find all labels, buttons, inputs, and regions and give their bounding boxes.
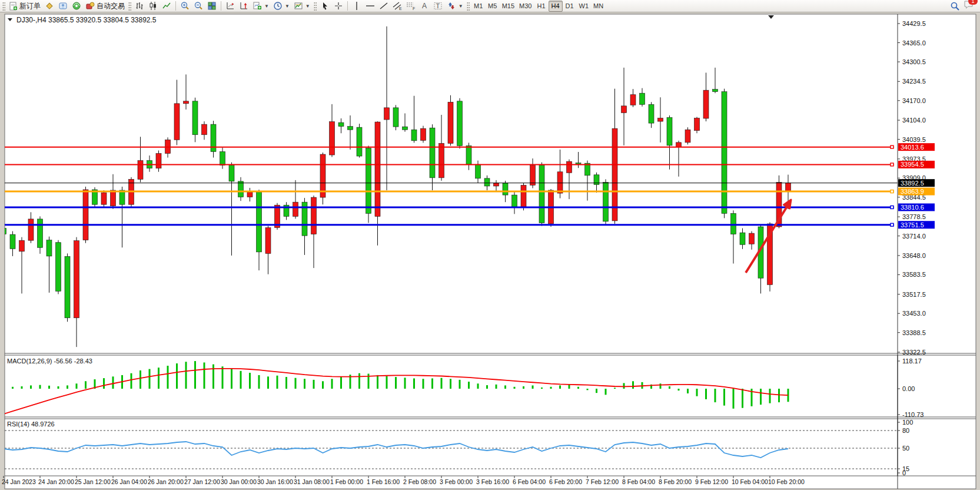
price-label-text: 33863.9 <box>901 188 924 195</box>
navigator-button[interactable] <box>70 1 83 12</box>
line-handle[interactable] <box>891 190 893 193</box>
zoom-in-icon <box>180 1 190 11</box>
line-handle[interactable] <box>891 223 893 226</box>
candlestick-mode-button[interactable] <box>147 1 160 12</box>
time-tick-label: 6 Feb 20:00 <box>549 478 582 485</box>
zoom-out-button[interactable] <box>192 1 205 12</box>
candle <box>56 240 61 294</box>
line-handle[interactable] <box>891 206 893 208</box>
bull-candle-body <box>676 143 682 147</box>
toolbar-grip[interactable] <box>467 2 470 11</box>
new-order-label: 新订单 <box>19 1 41 11</box>
price-label-text: 33810.6 <box>901 204 924 211</box>
zoom-out-icon <box>194 1 203 11</box>
toolbar-grip[interactable] <box>128 2 131 11</box>
market-watch-button[interactable] <box>43 1 56 12</box>
bear-candle-body <box>38 219 43 247</box>
bull-candle-body <box>330 122 335 155</box>
price-line-label: 33810.6 <box>898 203 935 211</box>
price-line-label: 33954.5 <box>898 161 935 168</box>
rsi-tick-label: 80 <box>902 427 909 434</box>
trading-terminal: { "toolbar": { "new_order_label": "新订单",… <box>0 0 980 490</box>
add-indicator-button[interactable]: ▼ <box>251 1 271 12</box>
zoom-in-button[interactable] <box>178 1 191 12</box>
bull-candle-body <box>439 143 444 177</box>
line-handle[interactable] <box>891 163 893 166</box>
price-label-text: 33751.5 <box>901 221 924 229</box>
bull-candle-body <box>622 106 627 113</box>
line-handle[interactable] <box>891 145 893 148</box>
candle <box>539 163 544 226</box>
bear-candle-body <box>667 118 672 145</box>
text-tool-button[interactable]: A <box>418 1 431 12</box>
timeframe-button-m30[interactable]: M30 <box>517 1 534 12</box>
price-line-label: 33751.5 <box>898 221 935 229</box>
candle <box>393 105 398 130</box>
indicator-window-alt-button[interactable] <box>237 1 250 12</box>
timeframe-button-m5[interactable]: M5 <box>486 1 500 12</box>
bear-candle-body <box>220 151 225 165</box>
fibonacci-tool-button[interactable]: F <box>404 1 417 12</box>
price-label-text: 33954.5 <box>901 161 924 168</box>
timeframe-button-m15[interactable]: M15 <box>500 1 517 12</box>
price-tick-label: 34365.0 <box>902 39 926 47</box>
bear-candle-body <box>740 233 745 244</box>
auto-trading-button[interactable]: 自动交易 <box>84 1 127 12</box>
arrows-tool-button[interactable]: ▼ <box>445 1 465 12</box>
toolbar-grip[interactable] <box>2 2 5 11</box>
time-tick-label: 10 Feb 20:00 <box>768 478 805 485</box>
rsi-tick-label: 100 <box>902 419 913 426</box>
new-order-button[interactable]: 新订单 <box>7 1 42 12</box>
horizontal-line-tool-button[interactable] <box>364 1 377 12</box>
new-order-icon <box>9 2 18 11</box>
label-tool-button[interactable]: T <box>431 1 444 12</box>
bear-candle-body <box>476 164 481 178</box>
vertical-line-tool-button[interactable] <box>350 1 363 12</box>
bull-candle-body <box>494 183 499 186</box>
timeframe-toolbar: M1M5M15M30H1H4D1W1MN <box>471 1 606 12</box>
line-chart-mode-button[interactable] <box>160 1 173 12</box>
crosshair-tool-button[interactable] <box>332 1 345 12</box>
price-line-label: 33863.9 <box>898 188 935 196</box>
navigator-icon <box>72 1 81 11</box>
bull-candle-body <box>174 104 180 140</box>
candle <box>722 89 727 218</box>
timeframe-button-h1[interactable]: H1 <box>534 1 549 12</box>
chart-title: DJ30-,H4 33865.5 33920.5 33804.5 33892.5 <box>8 16 157 24</box>
toolbar-grip[interactable] <box>314 2 317 11</box>
label-letter: T <box>436 2 440 9</box>
tile-windows-button[interactable] <box>205 1 218 12</box>
bear-candle-body <box>512 195 517 207</box>
channel-tool-button[interactable]: E <box>391 1 404 12</box>
search-icon[interactable] <box>950 1 960 11</box>
price-label-text: 33892.5 <box>901 180 924 187</box>
cursor-tool-button[interactable] <box>318 1 331 12</box>
price-tick-label: 34039.5 <box>902 136 926 143</box>
bear-candle-body <box>466 145 471 164</box>
bull-candle-body <box>247 192 253 197</box>
rsi-tick-label: 0 <box>902 469 906 476</box>
data-window-button[interactable] <box>57 1 69 12</box>
template-button[interactable]: ▼ <box>292 1 312 12</box>
trendline-tool-button[interactable] <box>377 1 390 12</box>
bear-candle-body <box>192 101 198 135</box>
price-tick-label: 33517.5 <box>902 291 926 298</box>
period-selector-button[interactable]: ▼ <box>271 1 291 12</box>
timeframe-button-d1[interactable]: D1 <box>563 1 577 12</box>
bull-candle-body <box>19 240 25 251</box>
bear-candle-body <box>65 256 70 317</box>
timeframe-button-h4[interactable]: H4 <box>549 1 563 12</box>
timeframe-button-m1[interactable]: M1 <box>471 1 486 12</box>
bear-candle-body <box>10 234 15 249</box>
market-watch-icon <box>45 1 54 11</box>
dropdown-arrow-icon: ▼ <box>264 4 269 9</box>
time-tick-label: 25 Jan 12:00 <box>75 478 111 485</box>
candle <box>65 253 70 322</box>
notifications-button[interactable]: 1 <box>964 0 974 12</box>
chart-window[interactable]: DJ30-,H4 33865.5 33920.5 33804.5 33892.5… <box>0 13 980 490</box>
bear-candle-body <box>1 229 6 234</box>
timeframe-button-mn[interactable]: MN <box>591 1 606 12</box>
bar-chart-mode-button[interactable] <box>133 1 146 12</box>
timeframe-button-w1[interactable]: W1 <box>577 1 592 12</box>
indicator-window-button[interactable] <box>224 1 237 12</box>
